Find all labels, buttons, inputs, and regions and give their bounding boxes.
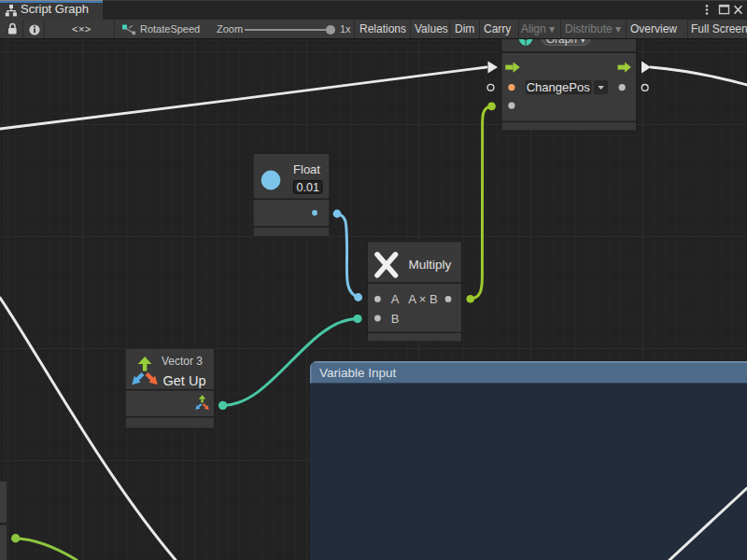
svg-text:Float: Float (293, 162, 320, 176)
svg-text:Multiply: Multiply (409, 258, 452, 272)
svg-text:A × B: A × B (408, 292, 437, 306)
svg-text:ChangePos: ChangePos (527, 80, 590, 94)
svg-text:Get Up: Get Up (163, 373, 206, 388)
svg-text:Vector 3: Vector 3 (162, 355, 203, 368)
svg-text:A: A (391, 292, 400, 306)
svg-text:Graph ▾: Graph ▾ (546, 39, 586, 46)
svg-text:Variable Input: Variable Input (319, 366, 397, 380)
svg-text:0.01: 0.01 (297, 181, 319, 194)
svg-text:B: B (391, 312, 400, 326)
